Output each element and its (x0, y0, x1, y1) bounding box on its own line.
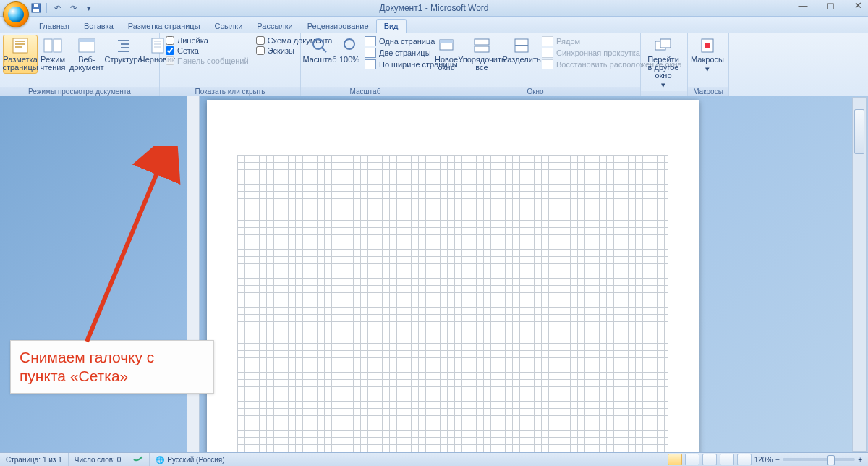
office-button[interactable] (3, 1, 29, 27)
close-button[interactable]: ✕ (851, 0, 865, 11)
svg-rect-23 (440, 40, 453, 43)
vertical-ruler[interactable] (187, 96, 200, 453)
svg-point-31 (705, 43, 710, 48)
arrange-all-button[interactable]: Упорядочить все (461, 35, 503, 74)
group-zoom: Масштаб 100% Одна страница Две страницы … (301, 33, 430, 97)
gridlines (237, 155, 668, 453)
view-web-icon[interactable] (702, 454, 717, 465)
view-outline-icon[interactable] (720, 454, 734, 465)
ribbon-tabs: Главная Вставка Разметка страницы Ссылки… (0, 17, 868, 33)
view-draft-icon[interactable] (737, 454, 752, 465)
print-layout-label: Разметка страницы (2, 56, 38, 72)
document-area: Снимаем галочку с пункта «Сетка» (0, 96, 868, 453)
svg-rect-5 (15, 43, 25, 45)
status-word-count[interactable]: Число слов: 0 (69, 453, 127, 466)
svg-rect-4 (15, 41, 25, 42)
svg-line-20 (322, 48, 326, 52)
group-document-views: Разметка страницы Режим чтения Веб-докум… (0, 33, 160, 97)
svg-rect-29 (660, 39, 671, 48)
tab-home[interactable]: Главная (32, 20, 77, 33)
split-label: Разделить (502, 56, 540, 64)
status-proofing[interactable] (127, 453, 150, 466)
view-print-layout-icon[interactable] (668, 454, 682, 465)
arrange-all-label: Упорядочить все (458, 56, 505, 72)
svg-rect-24 (475, 39, 489, 45)
view-reading-icon[interactable] (685, 454, 699, 465)
quick-access-toolbar: ↶ ↷ ▾ (30, 2, 95, 14)
switch-windows-label: Перейти в другое окно (645, 56, 681, 80)
outline-button[interactable]: Структура (107, 35, 140, 66)
tab-insert[interactable]: Вставка (77, 20, 121, 33)
svg-line-32 (87, 151, 166, 342)
zoom-slider[interactable] (783, 458, 855, 461)
web-layout-button[interactable]: Веб-документ (68, 35, 106, 74)
status-language[interactable]: 🌐Русский (Россия) (150, 453, 231, 466)
svg-point-19 (313, 39, 323, 49)
zoom-label: Масштаб (302, 56, 336, 64)
ribbon: Разметка страницы Режим чтения Веб-докум… (0, 33, 868, 98)
tab-view[interactable]: Вид (376, 19, 407, 33)
tab-references[interactable]: Ссылки (208, 20, 250, 33)
switch-windows-button[interactable]: Перейти в другое окно ▾ (644, 35, 683, 91)
scrollbar-thumb[interactable] (854, 109, 864, 154)
svg-rect-6 (15, 46, 22, 48)
ruler-checkbox[interactable]: Линейка (166, 36, 249, 45)
proofing-icon (133, 455, 143, 464)
svg-point-21 (344, 39, 354, 49)
document-page[interactable] (207, 100, 699, 453)
group-switch-windows: Перейти в другое окно ▾ (641, 33, 688, 97)
zoom-button[interactable]: Масштаб (304, 35, 336, 66)
svg-rect-2 (34, 4, 38, 7)
zoom-in-button[interactable]: + (858, 456, 862, 464)
new-window-button[interactable]: Новое окно (433, 35, 459, 74)
title-bar: ↶ ↷ ▾ Документ1 - Microsoft Word — ◻ ✕ (0, 0, 868, 17)
message-bar-checkbox: Панель сообщений (166, 56, 249, 65)
window-title: Документ1 - Microsoft Word (0, 3, 868, 13)
svg-rect-1 (33, 9, 39, 12)
status-bar: Страница: 1 из 1 Число слов: 0 🌐Русский … (0, 452, 868, 466)
redo-icon[interactable]: ↷ (67, 2, 79, 14)
web-layout-label: Веб-документ (69, 56, 104, 72)
macros-label: Макросы (691, 56, 724, 64)
qat-dropdown-icon[interactable]: ▾ (83, 2, 95, 14)
macros-button[interactable]: Макросы ▾ (691, 35, 724, 75)
vertical-scrollbar[interactable] (852, 97, 867, 452)
tab-mailings[interactable]: Рассылки (250, 20, 299, 33)
group-window: Новое окно Упорядочить все Разделить Ряд… (430, 33, 641, 97)
maximize-button[interactable]: ◻ (823, 0, 838, 11)
language-icon: 🌐 (156, 456, 164, 464)
group-macros: Макросы ▾ Макросы (688, 33, 729, 97)
zoom-slider-knob[interactable] (827, 455, 835, 465)
status-page[interactable]: Страница: 1 из 1 (0, 453, 69, 466)
outline-label: Структура (105, 56, 142, 64)
undo-icon[interactable]: ↶ (51, 2, 63, 14)
split-button[interactable]: Разделить (504, 35, 539, 66)
annotation-callout: Снимаем галочку с пункта «Сетка» (10, 340, 214, 394)
new-window-label: Новое окно (435, 56, 458, 72)
reading-layout-button[interactable]: Режим чтения (39, 35, 67, 74)
reading-layout-label: Режим чтения (41, 56, 66, 72)
svg-rect-25 (475, 46, 489, 52)
tab-review[interactable]: Рецензирование (300, 20, 376, 33)
svg-rect-7 (44, 39, 52, 52)
tab-page-layout[interactable]: Разметка страницы (121, 20, 208, 33)
minimize-button[interactable]: — (796, 0, 810, 11)
zoom-100-button[interactable]: 100% (337, 35, 362, 66)
status-zoom-value[interactable]: 120% (754, 456, 773, 464)
zoom-100-label: 100% (339, 56, 359, 64)
annotation-arrow (65, 146, 195, 349)
print-layout-button[interactable]: Разметка страницы (3, 35, 38, 74)
zoom-out-button[interactable]: − (775, 456, 780, 464)
gridlines-checkbox[interactable]: Сетка (166, 46, 249, 55)
group-show-hide: Линейка Сетка Панель сообщений Схема док… (160, 33, 301, 97)
save-icon[interactable] (30, 2, 42, 14)
svg-rect-10 (79, 39, 95, 42)
svg-rect-8 (54, 39, 61, 52)
